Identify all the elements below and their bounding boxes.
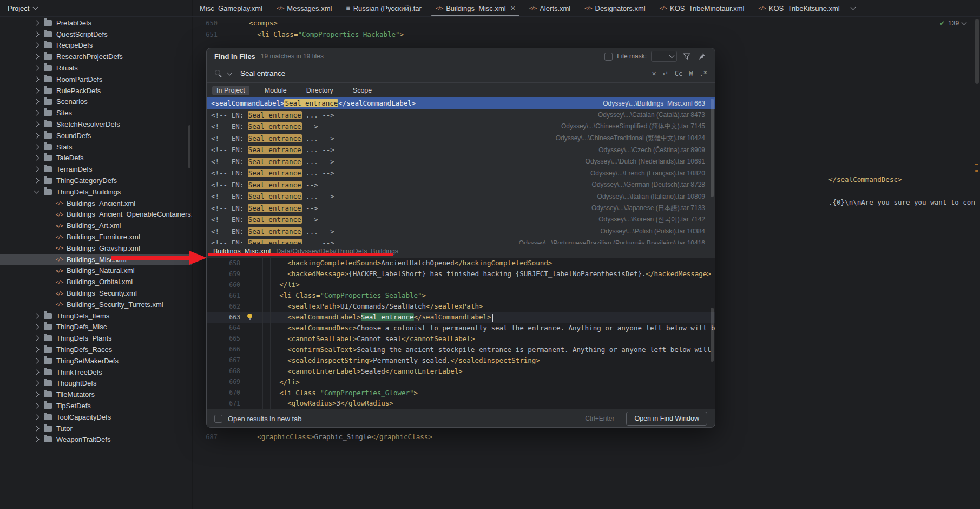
new-line-icon[interactable]: ↵ (663, 70, 668, 77)
chevron-right-icon[interactable] (34, 99, 40, 105)
search-toggle-.*[interactable]: .* (700, 70, 707, 77)
tree-item-Scenarios[interactable]: Scenarios (0, 96, 192, 108)
tree-item-Buildings_Natural.xml[interactable]: </>Buildings_Natural.xml (0, 265, 192, 277)
editor-scrollbar[interactable] (975, 19, 979, 84)
file-mask-checkbox[interactable] (604, 53, 613, 61)
search-result-row[interactable]: <!-- EN: Seal entrance ... -->Odyssey\..… (207, 144, 715, 156)
chevron-right-icon[interactable] (34, 324, 40, 330)
search-field[interactable]: Seal entrance × ↵ CcW.* (207, 64, 715, 83)
chevron-right-icon[interactable] (34, 403, 40, 409)
tree-item-RulePackDefs[interactable]: RulePackDefs (0, 85, 192, 96)
tree-item-ResearchProjectDefs[interactable]: ResearchProjectDefs (0, 51, 192, 62)
tree-item-Buildings_Art.xml[interactable]: </>Buildings_Art.xml (0, 220, 192, 231)
tree-item-Buildings_Security_Turrets.xml[interactable]: </>Buildings_Security_Turrets.xml (0, 299, 192, 310)
search-result-row[interactable]: <!-- EN: Seal entrance ... -->Odyssey\..… (207, 109, 715, 121)
preview-scrollbar[interactable] (711, 308, 714, 362)
search-toggle-Cc[interactable]: Cc (675, 70, 682, 77)
tree-item-ThingDefs_Items[interactable]: ThingDefs_Items (0, 310, 192, 322)
tree-item-Buildings_Orbital.xml[interactable]: </>Buildings_Orbital.xml (0, 276, 192, 288)
tree-item-ThingDefs_Races[interactable]: ThingDefs_Races (0, 344, 192, 355)
chevron-right-icon[interactable] (34, 76, 40, 82)
chevron-right-icon[interactable] (34, 358, 40, 363)
chevron-right-icon[interactable] (34, 313, 40, 318)
tree-item-ThinkTreeDefs[interactable]: ThinkTreeDefs (0, 367, 192, 378)
search-history-chevron-icon[interactable] (227, 70, 233, 75)
scope-tab-Directory[interactable]: Directory (302, 86, 338, 95)
tree-item-Buildings_Ancient.xml[interactable]: </>Buildings_Ancient.xml (0, 198, 192, 209)
tree-item-Stats[interactable]: Stats (0, 141, 192, 153)
tree-item-ThingDefs_Misc[interactable]: ThingDefs_Misc (0, 322, 192, 333)
clear-search-icon[interactable]: × (652, 69, 656, 78)
project-widget[interactable]: Project (0, 0, 193, 16)
chevron-right-icon[interactable] (34, 20, 40, 25)
tab-Misc_Gameplay.xml[interactable]: Misc_Gameplay.xml (193, 0, 269, 16)
tree-item-ThingCategoryDefs[interactable]: ThingCategoryDefs (0, 175, 192, 186)
close-icon[interactable]: × (511, 4, 515, 12)
chevron-right-icon[interactable] (34, 369, 40, 375)
tab-KOS_TribeMinotaur.xml[interactable]: </>KOS_TribeMinotaur.xml (653, 0, 752, 16)
chevron-down-icon[interactable] (34, 188, 40, 194)
scope-tab-Scope[interactable]: Scope (348, 86, 376, 95)
tree-item-Buildings_Ancient_OpenableContainers.xm[interactable]: </>Buildings_Ancient_OpenableContainers.… (0, 209, 192, 220)
search-result-row[interactable]: <!-- EN: Seal entrance ... -->Odyssey\..… (207, 237, 715, 244)
tree-item-Tutor[interactable]: Tutor (0, 423, 192, 434)
chevron-right-icon[interactable] (34, 133, 40, 138)
tree-scrollbar[interactable] (188, 125, 190, 168)
tree-item-TileMutators[interactable]: TileMutators (0, 389, 192, 400)
results-scrollbar[interactable] (711, 99, 714, 197)
chevron-right-icon[interactable] (34, 155, 40, 161)
tree-item-TaleDefs[interactable]: TaleDefs (0, 153, 192, 164)
tab-Alerts.xml[interactable]: </>Alerts.xml (522, 0, 577, 16)
pin-icon[interactable] (696, 51, 707, 62)
tree-item-PrefabDefs[interactable]: PrefabDefs (0, 17, 192, 29)
tree-item-WeaponTraitDefs[interactable]: WeaponTraitDefs (0, 434, 192, 445)
tree-item-ToolCapacityDefs[interactable]: ToolCapacityDefs (0, 412, 192, 423)
chevron-right-icon[interactable] (34, 54, 40, 60)
tree-item-Buildings_Gravship.xml[interactable]: </>Buildings_Gravship.xml (0, 243, 192, 254)
search-result-row[interactable]: <!-- EN: Seal entrance -->Odyssey\...\Ge… (207, 179, 715, 191)
open-results-checkbox[interactable] (214, 415, 222, 423)
chevron-right-icon[interactable] (34, 414, 40, 420)
scope-tab-Module[interactable]: Module (260, 86, 291, 95)
inspections-widget[interactable]: ✔ 139 (939, 19, 966, 27)
open-in-find-window-button[interactable]: Open in Find Window (626, 412, 707, 426)
search-result-row[interactable]: <!-- EN: Seal entrance -->Odyssey\...\Ko… (207, 214, 715, 226)
tree-item-TipSetDefs[interactable]: TipSetDefs (0, 400, 192, 412)
tree-item-RecipeDefs[interactable]: RecipeDefs (0, 40, 192, 51)
tree-item-RoomPartDefs[interactable]: RoomPartDefs (0, 74, 192, 85)
chevron-right-icon[interactable] (34, 347, 40, 353)
search-result-row[interactable]: <!-- EN: Seal entrance -->Odyssey\...\Ja… (207, 203, 715, 214)
tree-item-Buildings_Furniture.xml[interactable]: </>Buildings_Furniture.xml (0, 231, 192, 243)
scope-tab-In Project[interactable]: In Project (212, 86, 249, 95)
search-input[interactable]: Seal entrance (240, 69, 647, 77)
tree-item-ThingSetMakerDefs[interactable]: ThingSetMakerDefs (0, 355, 192, 367)
chevron-right-icon[interactable] (34, 43, 40, 48)
filter-icon[interactable] (681, 51, 692, 62)
chevron-right-icon[interactable] (34, 31, 40, 37)
chevron-right-icon[interactable] (34, 437, 40, 442)
chevron-right-icon[interactable] (34, 122, 40, 127)
chevron-right-icon[interactable] (34, 66, 40, 71)
tab-Designators.xml[interactable]: </>Designators.xml (577, 0, 652, 16)
chevron-right-icon[interactable] (34, 381, 40, 386)
tab-Messages.xml[interactable]: </>Messages.xml (269, 0, 339, 16)
tree-item-TerrainDefs[interactable]: TerrainDefs (0, 164, 192, 175)
tree-item-Rituals[interactable]: Rituals (0, 62, 192, 74)
tab-Russian (Русский).tar[interactable]: ≡Russian (Русский).tar (339, 0, 429, 16)
search-result-row[interactable]: <!-- EN: Seal entrance ... -->Odyssey\..… (207, 133, 715, 145)
search-toggle-W[interactable]: W (689, 70, 693, 77)
tree-item-SketchResolverDefs[interactable]: SketchResolverDefs (0, 119, 192, 130)
search-result-row[interactable]: <!-- EN: Seal entrance ... -->Odyssey\..… (207, 156, 715, 168)
tree-item-Sites[interactable]: Sites (0, 107, 192, 119)
tree-item-ThoughtDefs[interactable]: ThoughtDefs (0, 378, 192, 389)
preview-pane[interactable]: 658 <hackingCompletedSound>AncientHatchO… (207, 258, 715, 409)
tab-Buildings_Misc.xml[interactable]: </>Buildings_Misc.xml× (429, 0, 522, 16)
search-result-row[interactable]: <!-- EN: Seal entrance ... -->Odyssey\..… (207, 167, 715, 179)
tree-item-SoundDefs[interactable]: SoundDefs (0, 130, 192, 141)
chevron-right-icon[interactable] (34, 88, 40, 93)
tree-item-ThingDefs_Plants[interactable]: ThingDefs_Plants (0, 332, 192, 344)
search-result-row[interactable]: <sealCommandLabel>Seal entrance</sealCom… (207, 97, 715, 109)
tree-item-ThingDefs_Buildings[interactable]: ThingDefs_Buildings (0, 186, 192, 198)
tab-KOS_TribeKitsune.xml[interactable]: </>KOS_TribeKitsune.xml (751, 0, 846, 16)
hidden-tabs-chevron-icon[interactable] (850, 5, 856, 10)
